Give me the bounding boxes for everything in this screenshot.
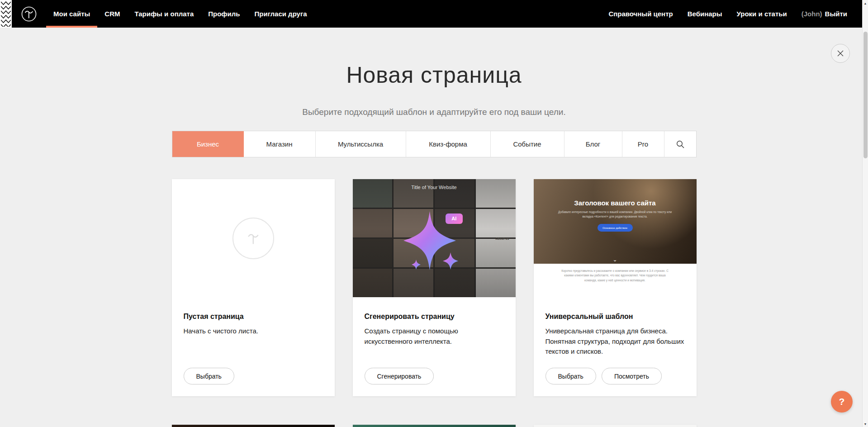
tab-multilink[interactable]: Мультиссылка: [316, 131, 406, 157]
tab-quiz-form[interactable]: Квиз-форма: [406, 131, 491, 157]
nav-item-label: Мои сайты: [53, 10, 90, 18]
page-title: Новая страница: [0, 62, 868, 88]
nav-item-webinars[interactable]: Вебинары: [680, 0, 730, 28]
tab-label: Бизнес: [197, 140, 219, 148]
tab-label: Мультиссылка: [338, 140, 383, 148]
template-card-universal: Заголовок вашего сайта Добавьте интересн…: [534, 179, 697, 396]
scroll-down-arrow[interactable]: ▼: [863, 421, 868, 427]
template-card-ai-generate: Title of Your Website About us AI: [353, 179, 516, 396]
template-preview: [353, 425, 516, 427]
tilda-watermark-icon: [232, 218, 274, 259]
ai-badge: AI: [446, 214, 463, 224]
collage-heading: Title of Your Website: [353, 185, 516, 190]
nav-item-lessons[interactable]: Уроки и статьи: [730, 0, 794, 28]
tilda-logo-icon: [20, 5, 38, 23]
tab-event[interactable]: Событие: [491, 131, 564, 157]
tab-label: Событие: [513, 140, 541, 148]
tab-label: Блог: [586, 140, 600, 148]
logout-link[interactable]: Выйти: [825, 10, 847, 18]
nav-item-label: Справочный центр: [608, 10, 673, 18]
close-icon: [837, 50, 844, 57]
template-body-text: Коротко представьтесь и расскажите о ком…: [561, 269, 669, 297]
template-category-tabs: Бизнес Магазин Мультиссылка Квиз-форма С…: [172, 131, 697, 157]
template-hero: Заголовок вашего сайта Добавьте интересн…: [534, 179, 697, 264]
card-description: Создать страницу с помощью искусственног…: [365, 326, 504, 346]
nav-item-label: Вебинары: [688, 10, 722, 18]
search-icon: [676, 140, 685, 149]
tab-label: Pro: [638, 140, 648, 148]
zigzag-decoration: [0, 0, 12, 28]
nav-item-crm[interactable]: CRM: [97, 0, 127, 28]
tilda-logo[interactable]: [12, 0, 46, 28]
tab-label: Магазин: [266, 140, 293, 148]
secondary-nav: Справочный центр Вебинары Уроки и статьи…: [601, 0, 868, 28]
tab-label: Квиз-форма: [429, 140, 467, 148]
template-preview: Заголовок вашего сайта Добавьте интересн…: [534, 179, 697, 297]
page-subtitle: Выберите подходящий шаблон и адаптируйте…: [0, 107, 868, 117]
card-body: Пустая страница Начать с чистого листа. …: [172, 297, 335, 396]
nav-item-profile[interactable]: Профиль: [201, 0, 247, 28]
nav-item-label: Профиль: [208, 10, 240, 18]
user-chunk: (John) Выйти: [794, 0, 854, 28]
nav-item-tariffs[interactable]: Тарифы и оплата: [127, 0, 201, 28]
card-title: Сгенерировать страницу: [365, 313, 504, 321]
template-card: [172, 425, 335, 427]
template-preview: [172, 425, 335, 427]
nav-item-my-sites[interactable]: Мои сайты: [46, 0, 97, 28]
nav-item-label: Пригласи друга: [254, 10, 307, 18]
close-button[interactable]: [831, 44, 850, 63]
help-button[interactable]: ?: [831, 391, 853, 413]
template-card-blank: Пустая страница Начать с чистого листа. …: [172, 179, 335, 396]
generate-button[interactable]: Сгенерировать: [365, 368, 434, 384]
card-actions: Сгенерировать: [365, 368, 504, 384]
scroll-up-arrow[interactable]: ▲: [863, 0, 868, 6]
card-actions: Выбрать: [184, 368, 323, 384]
nav-item-label: CRM: [104, 10, 120, 18]
card-title: Универсальный шаблон: [545, 313, 685, 321]
new-page-dialog: Новая страница Выберите подходящий шабло…: [0, 62, 868, 427]
template-cards-row-1: Пустая страница Начать с чистого листа. …: [172, 179, 697, 396]
tab-business[interactable]: Бизнес: [172, 131, 244, 157]
nav-item-label: Уроки и статьи: [737, 10, 787, 18]
nav-item-help-center[interactable]: Справочный центр: [601, 0, 680, 28]
template-body: Коротко представьтесь и расскажите о ком…: [534, 264, 697, 297]
choose-button[interactable]: Выбрать: [545, 368, 596, 384]
template-cta-button: Основное действие: [598, 224, 633, 232]
scrollbar[interactable]: ▲ ▼: [862, 0, 868, 427]
card-body: Сгенерировать страницу Создать страницу …: [353, 297, 516, 396]
template-hero-subtitle: Добавьте интересные подробности о вашей …: [558, 210, 672, 219]
card-description: Универсальная страница для бизнеса. Поня…: [545, 326, 685, 357]
tab-pro[interactable]: Pro: [622, 131, 664, 157]
tab-search[interactable]: [664, 131, 696, 157]
topbar: Мои сайты CRM Тарифы и оплата Профиль Пр…: [0, 0, 868, 28]
blank-preview: [172, 179, 335, 297]
card-body: Универсальный шаблон Универсальная стран…: [534, 297, 697, 396]
choose-button[interactable]: Выбрать: [184, 368, 234, 384]
template-preview: [534, 425, 697, 427]
template-cards-row-2: [172, 425, 697, 427]
template-hero-title: Заголовок вашего сайта: [574, 199, 655, 207]
tab-blog[interactable]: Блог: [564, 131, 622, 157]
zigzag-pattern-icon: [1, 1, 11, 27]
collage-section-label: About us: [495, 237, 509, 240]
template-card: [534, 425, 697, 427]
card-title: Пустая страница: [184, 313, 323, 321]
nav-item-invite-friend[interactable]: Пригласи друга: [247, 0, 314, 28]
preview-button[interactable]: Посмотреть: [602, 368, 662, 384]
card-actions: Выбрать Посмотреть: [545, 368, 685, 384]
template-card: [353, 425, 516, 427]
user-name: (John): [802, 10, 822, 18]
ai-preview: Title of Your Website About us AI: [353, 179, 516, 297]
nav-item-label: Тарифы и оплата: [134, 10, 194, 18]
card-description: Начать с чистого листа.: [184, 326, 323, 337]
primary-nav: Мои сайты CRM Тарифы и оплата Профиль Пр…: [46, 0, 314, 28]
chevron-down-icon: ⌄: [612, 257, 617, 262]
scroll-thumb[interactable]: [863, 32, 868, 158]
tab-shop[interactable]: Магазин: [244, 131, 316, 157]
